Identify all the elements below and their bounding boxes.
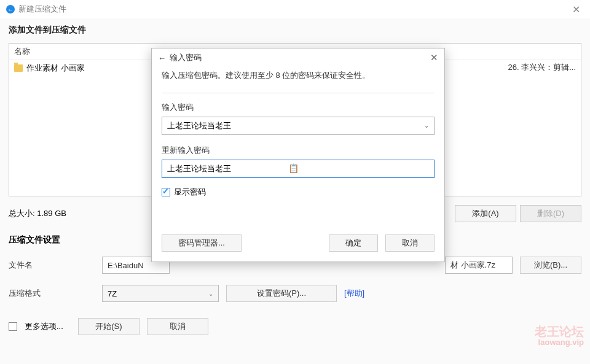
add-button[interactable]: 添加(A) [455, 205, 516, 222]
window-title: 新建压缩文件 [18, 4, 66, 15]
folder-icon [14, 64, 23, 72]
dialog-title: 输入密码 [170, 52, 202, 63]
dialog-button-row: 密码管理器... 确定 取消 [162, 234, 435, 252]
help-link[interactable]: [帮助] [344, 288, 364, 299]
app-icon: ← [6, 5, 15, 14]
total-size-label: 总大小: 1.89 GB [9, 208, 66, 219]
password-label: 输入密码 [162, 102, 435, 113]
more-options-checkbox[interactable] [9, 322, 17, 331]
show-password-checkbox[interactable] [162, 188, 170, 196]
titlebar: ← 新建压缩文件 ✕ [0, 0, 590, 18]
delete-button[interactable]: 删除(D) [520, 205, 581, 222]
chevron-down-icon: ⌄ [208, 290, 213, 297]
browse-button[interactable]: 浏览(B)... [520, 257, 581, 274]
file-path-truncated: 26. 李兴兴：剪辑... [508, 62, 576, 73]
file-name: 作业素材 小画家 [26, 63, 85, 74]
format-select[interactable]: 7Z ⌄ [102, 285, 219, 302]
password-value: 上老王论坛当老王 [167, 120, 231, 131]
filename-label: 文件名 [9, 260, 95, 271]
repassword-input[interactable]: 上老王论坛当老王 📋 [162, 160, 435, 178]
divider [162, 93, 435, 93]
close-icon[interactable]: ✕ [568, 4, 584, 15]
show-password-label: 显示密码 [174, 187, 206, 198]
dialog-close-icon[interactable]: ✕ [430, 52, 438, 63]
password-dialog: ← 输入密码 ✕ 输入压缩包密码。建议使用至少 8 位的密码来保证安全性。 输入… [151, 48, 445, 262]
dialog-hint: 输入压缩包密码。建议使用至少 8 位的密码来保证安全性。 [162, 69, 435, 82]
format-label: 压缩格式 [9, 288, 95, 299]
dialog-cancel-button[interactable]: 取消 [385, 234, 435, 252]
password-combo[interactable]: 上老王论坛当老王 ⌄ [162, 117, 435, 135]
add-section-title: 添加文件到压缩文件 [9, 25, 581, 36]
bottom-row: 更多选项... 开始(S) 取消 [9, 318, 581, 335]
format-row: 压缩格式 7Z ⌄ 设置密码(P)... [帮助] [9, 285, 581, 302]
cancel-button[interactable]: 取消 [147, 318, 208, 335]
start-button[interactable]: 开始(S) [78, 318, 140, 335]
repassword-label: 重新输入密码 [162, 145, 435, 156]
paste-cursor-icon: 📋 [288, 163, 299, 173]
chevron-down-icon: ⌄ [424, 122, 429, 129]
filename-input-right[interactable] [445, 257, 513, 274]
format-value: 7Z [108, 289, 117, 298]
repassword-value: 上老王论坛当老王 [167, 163, 231, 174]
set-password-button[interactable]: 设置密码(P)... [226, 285, 337, 302]
dialog-body: 输入压缩包密码。建议使用至少 8 位的密码来保证安全性。 输入密码 上老王论坛当… [152, 67, 444, 261]
dialog-titlebar: ← 输入密码 ✕ [152, 48, 444, 67]
password-manager-button[interactable]: 密码管理器... [162, 234, 242, 252]
dialog-icon: ← [158, 53, 166, 63]
show-password-row[interactable]: 显示密码 [162, 187, 435, 198]
ok-button[interactable]: 确定 [329, 234, 378, 252]
more-options-label[interactable]: 更多选项... [25, 321, 63, 332]
